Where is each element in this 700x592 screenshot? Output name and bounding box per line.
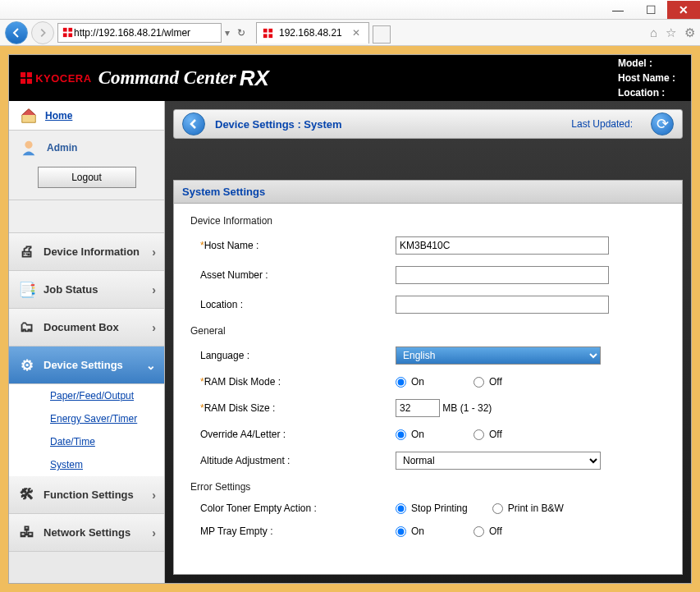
svg-rect-10 <box>21 72 25 77</box>
ramdiskmode-label: RAM Disk Mode : <box>204 376 281 388</box>
override-label: Override A4/Letter : <box>200 429 286 440</box>
home-link[interactable]: Home <box>45 110 72 122</box>
reload-button[interactable]: ↻ <box>233 25 249 41</box>
breadcrumb: Device Settings : System Last Updated: ⟳ <box>173 109 683 139</box>
chevron-right-icon: › <box>152 489 156 502</box>
home-icon[interactable]: ⌂ <box>650 25 657 40</box>
svg-rect-11 <box>27 72 32 77</box>
favicon-kyocera <box>262 27 274 39</box>
home-icon <box>19 107 39 125</box>
sidebar-user: Admin Logout <box>9 131 164 200</box>
override-off[interactable]: Off <box>474 429 502 440</box>
back-button[interactable] <box>5 21 28 44</box>
svg-rect-9 <box>268 34 272 38</box>
sidebar-item-network-settings[interactable]: 🖧 Network Settings › <box>9 514 164 552</box>
chevron-right-icon: › <box>152 526 156 539</box>
dropdown-icon[interactable]: ▾ <box>225 27 230 39</box>
new-tab-button[interactable] <box>373 25 391 44</box>
ramsize-label: RAM Disk Size : <box>204 402 276 414</box>
browser-tab[interactable]: 192.168.48.21 ✕ <box>256 22 369 44</box>
close-button[interactable]: ✕ <box>667 1 700 19</box>
url-host: 192.168.48.21 <box>98 27 162 39</box>
language-label: Language : <box>200 350 249 361</box>
sidebar-item-job-status[interactable]: 📑 Job Status › <box>9 271 164 309</box>
hostname-label: Host Name : <box>204 240 259 251</box>
svg-rect-2 <box>68 28 72 32</box>
sidebar-spacer <box>9 200 164 233</box>
ctoner-stop[interactable]: Stop Printing <box>396 503 468 514</box>
svg-rect-6 <box>263 28 268 32</box>
mptray-on[interactable]: On <box>396 525 424 537</box>
ctoner-label: Color Toner Empty Action : <box>200 503 317 514</box>
section-device-info: Device Information <box>190 215 666 227</box>
back-button[interactable] <box>182 112 205 135</box>
function-settings-icon: 🛠 <box>17 486 37 504</box>
address-bar[interactable]: http://192.168.48.21/wlmer <box>57 23 222 43</box>
section-error-settings: Error Settings <box>190 481 666 493</box>
chevron-right-icon: › <box>152 246 156 259</box>
mptray-off[interactable]: Off <box>474 525 502 537</box>
altitude-label: Altitude Adjustment : <box>200 455 290 466</box>
sidebar-item-label: Device Information <box>43 246 140 258</box>
ctoner-bw[interactable]: Print in B&W <box>492 503 564 514</box>
svg-rect-1 <box>63 28 67 32</box>
subnav-system[interactable]: System <box>9 453 164 476</box>
favicon-kyocera <box>62 26 74 39</box>
subnav-date-time[interactable]: Date/Time <box>9 430 164 453</box>
favorites-icon[interactable]: ☆ <box>666 25 676 40</box>
browser-toolbar: http://192.168.48.21/wlmer ▾ ↻ 192.168.4… <box>0 20 700 46</box>
minimize-button[interactable]: — <box>602 1 634 19</box>
sidebar-item-document-box[interactable]: 🗂 Document Box › <box>9 309 164 346</box>
sidebar-item-label: Device Settings <box>43 359 123 371</box>
svg-rect-4 <box>68 33 72 37</box>
kyocera-logo: KYOCERA <box>21 72 92 85</box>
mptray-label: MP Tray Empty : <box>200 525 272 537</box>
language-select[interactable]: English <box>396 346 601 365</box>
tab-close-icon[interactable]: ✕ <box>352 27 360 39</box>
url-scheme: http:// <box>74 27 98 39</box>
sidebar-submenu: Paper/Feed/Output Energy Saver/Timer Dat… <box>9 384 164 476</box>
sidebar-item-label: Document Box <box>43 321 119 333</box>
tab-title: 192.168.48.21 <box>279 27 342 39</box>
breadcrumb-text: Device Settings : System <box>215 118 342 131</box>
forward-button[interactable] <box>31 21 54 44</box>
sidebar-item-function-settings[interactable]: 🛠 Function Settings › <box>9 476 164 514</box>
user-name: Admin <box>47 142 77 154</box>
ramsize-unit: MB (1 - 32) <box>442 402 492 414</box>
hostname-input[interactable] <box>396 236 609 255</box>
settings-icon[interactable]: ⚙ <box>684 25 695 40</box>
override-on[interactable]: On <box>396 429 424 440</box>
svg-rect-13 <box>27 78 32 83</box>
sidebar-home[interactable]: Home <box>9 101 164 131</box>
logout-button[interactable]: Logout <box>38 167 136 188</box>
job-status-icon: 📑 <box>17 281 37 299</box>
ramdiskmode-off[interactable]: Off <box>474 376 502 388</box>
sidebar-item-label: Function Settings <box>43 489 134 501</box>
sidebar-item-device-settings[interactable]: ⚙ Device Settings ⌄ <box>9 346 164 384</box>
url-path: /wlmer <box>162 27 190 39</box>
svg-point-14 <box>25 141 32 149</box>
chevron-right-icon: › <box>152 321 156 334</box>
sidebar-item-device-information[interactable]: 🖨 Device Information › <box>9 233 164 271</box>
svg-rect-8 <box>263 34 268 38</box>
location-input[interactable] <box>396 296 609 314</box>
ramsize-input[interactable] <box>396 399 440 417</box>
svg-rect-7 <box>268 28 272 32</box>
asset-input[interactable] <box>396 266 609 284</box>
app-header: KYOCERA Command Center RX Model : Host N… <box>9 55 691 101</box>
ramdiskmode-on[interactable]: On <box>396 376 424 388</box>
settings-panel: System Settings Device Information *Host… <box>173 180 683 575</box>
chevron-right-icon: › <box>152 283 156 296</box>
refresh-button[interactable]: ⟳ <box>651 112 674 135</box>
product-rx: RX <box>240 66 269 91</box>
altitude-select[interactable]: Normal <box>396 452 601 470</box>
section-general: General <box>190 325 666 337</box>
subnav-paper-feed[interactable]: Paper/Feed/Output <box>9 384 164 407</box>
subnav-energy-saver[interactable]: Energy Saver/Timer <box>9 407 164 430</box>
chevron-down-icon: ⌄ <box>146 359 156 372</box>
document-box-icon: 🗂 <box>17 319 37 337</box>
window-titlebar: — ☐ ✕ <box>0 0 700 20</box>
maximize-button[interactable]: ☐ <box>634 1 667 19</box>
svg-rect-3 <box>63 33 67 37</box>
svg-rect-12 <box>21 78 25 83</box>
